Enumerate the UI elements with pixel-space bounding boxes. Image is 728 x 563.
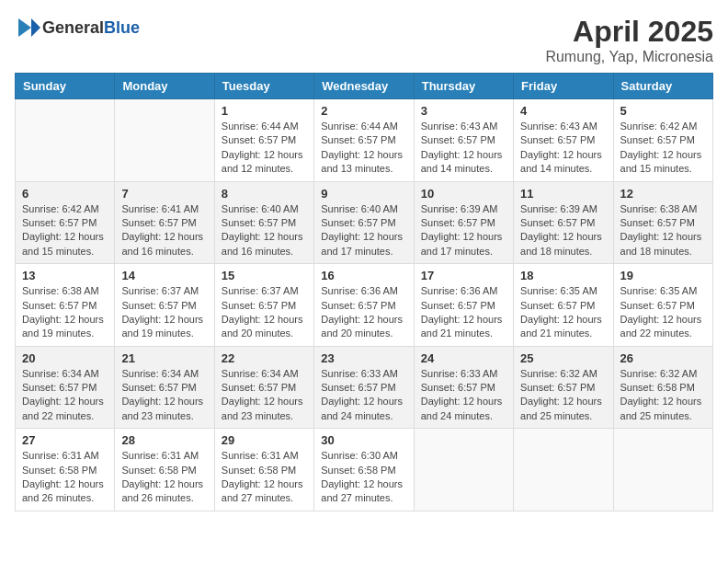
calendar-cell: 13Sunrise: 6:38 AMSunset: 6:57 PMDayligh…	[16, 264, 115, 347]
calendar-cell: 7Sunrise: 6:41 AMSunset: 6:57 PMDaylight…	[115, 181, 214, 264]
day-number: 21	[121, 351, 207, 365]
day-number: 28	[121, 433, 207, 447]
weekday-header-tuesday: Tuesday	[214, 74, 313, 99]
day-info: Sunrise: 6:40 AMSunset: 6:57 PMDaylight:…	[321, 202, 406, 259]
day-info: Sunrise: 6:38 AMSunset: 6:57 PMDaylight:…	[620, 202, 706, 259]
day-info: Sunrise: 6:30 AMSunset: 6:58 PMDaylight:…	[321, 449, 406, 506]
calendar-cell: 27Sunrise: 6:31 AMSunset: 6:58 PMDayligh…	[16, 429, 115, 511]
calendar-cell: 21Sunrise: 6:34 AMSunset: 6:57 PMDayligh…	[115, 346, 214, 429]
calendar-cell: 17Sunrise: 6:36 AMSunset: 6:57 PMDayligh…	[414, 264, 513, 347]
day-number: 16	[321, 269, 406, 282]
day-number: 20	[22, 351, 108, 365]
calendar-cell: 23Sunrise: 6:33 AMSunset: 6:57 PMDayligh…	[314, 346, 414, 429]
calendar-cell: 16Sunrise: 6:36 AMSunset: 6:57 PMDayligh…	[314, 264, 414, 347]
day-number: 8	[222, 187, 307, 201]
day-number: 15	[222, 269, 307, 282]
day-number: 24	[421, 351, 506, 365]
calendar-cell: 20Sunrise: 6:34 AMSunset: 6:57 PMDayligh…	[16, 346, 115, 429]
day-number: 5	[620, 104, 706, 118]
calendar-cell: 2Sunrise: 6:44 AMSunset: 6:57 PMDaylight…	[314, 99, 414, 182]
day-info: Sunrise: 6:35 AMSunset: 6:57 PMDaylight:…	[520, 284, 606, 341]
day-number: 18	[520, 269, 606, 282]
weekday-header-row: SundayMondayTuesdayWednesdayThursdayFrid…	[16, 74, 713, 99]
day-info: Sunrise: 6:39 AMSunset: 6:57 PMDaylight:…	[520, 202, 606, 259]
day-number: 30	[321, 433, 406, 447]
day-number: 3	[421, 104, 506, 118]
calendar-week-row: 27Sunrise: 6:31 AMSunset: 6:58 PMDayligh…	[16, 429, 713, 511]
day-info: Sunrise: 6:32 AMSunset: 6:57 PMDaylight:…	[520, 367, 606, 424]
day-number: 17	[421, 269, 506, 282]
day-number: 6	[22, 187, 108, 201]
day-info: Sunrise: 6:37 AMSunset: 6:57 PMDaylight:…	[222, 284, 307, 341]
calendar-week-row: 1Sunrise: 6:44 AMSunset: 6:57 PMDaylight…	[16, 99, 713, 182]
day-info: Sunrise: 6:34 AMSunset: 6:57 PMDaylight:…	[222, 367, 307, 424]
day-info: Sunrise: 6:42 AMSunset: 6:57 PMDaylight:…	[22, 202, 108, 259]
day-number: 2	[321, 104, 406, 118]
title-block: April 2025 Rumung, Yap, Micronesia	[545, 15, 713, 65]
day-number: 19	[620, 269, 706, 282]
day-number: 13	[22, 269, 108, 282]
weekday-header-monday: Monday	[115, 74, 214, 99]
calendar-cell	[514, 429, 613, 511]
calendar-cell: 3Sunrise: 6:43 AMSunset: 6:57 PMDaylight…	[414, 99, 513, 182]
day-number: 11	[520, 187, 606, 201]
day-info: Sunrise: 6:34 AMSunset: 6:57 PMDaylight:…	[22, 367, 108, 424]
day-info: Sunrise: 6:42 AMSunset: 6:57 PMDaylight:…	[620, 120, 706, 177]
calendar-cell: 4Sunrise: 6:43 AMSunset: 6:57 PMDaylight…	[514, 99, 613, 182]
weekday-header-friday: Friday	[514, 74, 613, 99]
day-number: 26	[620, 351, 706, 365]
weekday-header-sunday: Sunday	[16, 74, 115, 99]
calendar-cell: 14Sunrise: 6:37 AMSunset: 6:57 PMDayligh…	[115, 264, 214, 347]
day-number: 12	[620, 187, 706, 201]
day-info: Sunrise: 6:37 AMSunset: 6:57 PMDaylight:…	[121, 284, 207, 341]
calendar-cell: 24Sunrise: 6:33 AMSunset: 6:57 PMDayligh…	[414, 346, 513, 429]
day-number: 4	[520, 104, 606, 118]
svg-marker-2	[31, 18, 40, 37]
day-number: 7	[121, 187, 207, 201]
day-info: Sunrise: 6:44 AMSunset: 6:57 PMDaylight:…	[222, 120, 307, 177]
calendar-cell: 22Sunrise: 6:34 AMSunset: 6:57 PMDayligh…	[214, 346, 313, 429]
calendar-cell: 25Sunrise: 6:32 AMSunset: 6:57 PMDayligh…	[514, 346, 613, 429]
day-info: Sunrise: 6:40 AMSunset: 6:57 PMDaylight:…	[222, 202, 307, 259]
day-number: 14	[121, 269, 207, 282]
day-info: Sunrise: 6:43 AMSunset: 6:57 PMDaylight:…	[421, 120, 506, 177]
calendar-cell: 5Sunrise: 6:42 AMSunset: 6:57 PMDaylight…	[613, 99, 712, 182]
weekday-header-thursday: Thursday	[414, 74, 513, 99]
calendar-week-row: 13Sunrise: 6:38 AMSunset: 6:57 PMDayligh…	[16, 264, 713, 347]
svg-marker-1	[18, 18, 31, 37]
calendar-cell	[414, 429, 513, 511]
calendar-cell: 19Sunrise: 6:35 AMSunset: 6:57 PMDayligh…	[613, 264, 712, 347]
logo-text-blue: Blue	[104, 18, 140, 37]
weekday-header-saturday: Saturday	[613, 74, 712, 99]
calendar-cell	[16, 99, 115, 182]
page-header: GeneralBlue April 2025 Rumung, Yap, Micr…	[15, 15, 713, 65]
calendar-cell: 15Sunrise: 6:37 AMSunset: 6:57 PMDayligh…	[214, 264, 313, 347]
day-info: Sunrise: 6:43 AMSunset: 6:57 PMDaylight:…	[520, 120, 606, 177]
day-number: 10	[421, 187, 506, 201]
day-info: Sunrise: 6:31 AMSunset: 6:58 PMDaylight:…	[121, 449, 207, 506]
calendar-cell	[613, 429, 712, 511]
day-info: Sunrise: 6:32 AMSunset: 6:58 PMDaylight:…	[620, 367, 706, 424]
calendar-week-row: 6Sunrise: 6:42 AMSunset: 6:57 PMDaylight…	[16, 181, 713, 264]
day-number: 27	[22, 433, 108, 447]
day-info: Sunrise: 6:34 AMSunset: 6:57 PMDaylight:…	[121, 367, 207, 424]
day-number: 23	[321, 351, 406, 365]
day-number: 9	[321, 187, 406, 201]
calendar-cell: 6Sunrise: 6:42 AMSunset: 6:57 PMDaylight…	[16, 181, 115, 264]
calendar-week-row: 20Sunrise: 6:34 AMSunset: 6:57 PMDayligh…	[16, 346, 713, 429]
calendar-cell: 1Sunrise: 6:44 AMSunset: 6:57 PMDaylight…	[214, 99, 313, 182]
calendar-cell: 10Sunrise: 6:39 AMSunset: 6:57 PMDayligh…	[414, 181, 513, 264]
day-info: Sunrise: 6:31 AMSunset: 6:58 PMDaylight:…	[22, 449, 108, 506]
day-info: Sunrise: 6:44 AMSunset: 6:57 PMDaylight:…	[321, 120, 406, 177]
logo: GeneralBlue	[15, 15, 140, 40]
calendar-cell: 8Sunrise: 6:40 AMSunset: 6:57 PMDaylight…	[214, 181, 313, 264]
day-info: Sunrise: 6:39 AMSunset: 6:57 PMDaylight:…	[421, 202, 506, 259]
weekday-header-wednesday: Wednesday	[314, 74, 414, 99]
day-info: Sunrise: 6:36 AMSunset: 6:57 PMDaylight:…	[421, 284, 506, 341]
calendar-cell: 18Sunrise: 6:35 AMSunset: 6:57 PMDayligh…	[514, 264, 613, 347]
calendar-table: SundayMondayTuesdayWednesdayThursdayFrid…	[15, 73, 713, 511]
day-number: 1	[222, 104, 307, 118]
calendar-cell: 28Sunrise: 6:31 AMSunset: 6:58 PMDayligh…	[115, 429, 214, 511]
day-info: Sunrise: 6:31 AMSunset: 6:58 PMDaylight:…	[222, 449, 307, 506]
calendar-cell: 29Sunrise: 6:31 AMSunset: 6:58 PMDayligh…	[214, 429, 313, 511]
